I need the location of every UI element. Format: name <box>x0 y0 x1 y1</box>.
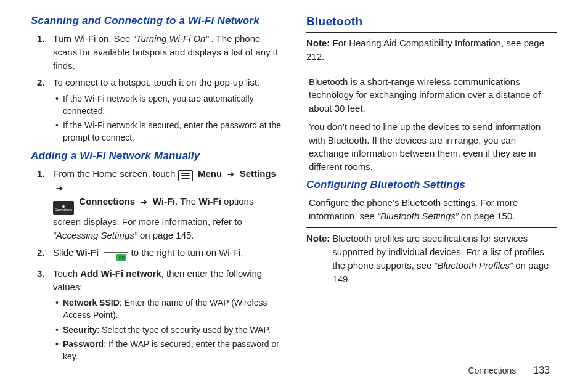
arrow-icon: ➔ <box>137 197 150 206</box>
list-item: Password: If the WAP is secured, enter t… <box>63 338 282 362</box>
step-number: 1. <box>37 167 45 181</box>
connections-icon: Connections <box>53 201 74 215</box>
note-hearing-aid: Note: For Hearing Aid Compatibility Info… <box>306 36 557 63</box>
list-item: Network SSID: Enter the name of the WAP … <box>63 297 282 321</box>
scanning-steps: 1. Turn Wi-Fi on. See “Turning Wi-Fi On”… <box>31 32 282 144</box>
list-item: 2. To connect to a hotspot, touch it on … <box>53 76 282 144</box>
footer-page-number: 133 <box>533 365 550 376</box>
divider <box>306 227 557 228</box>
wifi-label: Wi-Fi <box>76 247 99 258</box>
text: From the Home screen, touch <box>53 168 178 179</box>
sub-bullets: If the Wi-Fi network is open, you are au… <box>53 93 282 144</box>
text: Touch <box>53 268 80 279</box>
field-key: Password <box>63 339 104 349</box>
step-number: 3. <box>37 267 45 280</box>
connections-label: Connections <box>76 196 135 206</box>
list-item: If the Wi-Fi network is secured, enter t… <box>63 120 282 144</box>
note-text: For Hearing Aid Compatibility Informatio… <box>306 38 544 62</box>
step-text: Turn Wi-Fi on. See “Turning Wi-Fi On” . … <box>53 33 277 71</box>
paragraph: Configure the phone’s Bluetooth settings… <box>309 196 557 223</box>
heading-bluetooth: Bluetooth <box>306 15 557 28</box>
divider <box>306 32 557 33</box>
footer-section: Connections <box>468 365 516 375</box>
arrow-icon: ➔ <box>224 169 237 179</box>
heading-adding-manually: Adding a Wi-Fi Network Manually <box>31 150 282 162</box>
note-label: Note: <box>306 232 332 285</box>
ref-accessing-settings: “Accessing Settings” <box>53 230 137 240</box>
note-bluetooth-profiles: Note: Bluetooth profiles are specificati… <box>306 232 557 285</box>
toggle-on-label: ON <box>116 254 126 261</box>
icon-caption: Connections <box>55 208 72 211</box>
page-body: Scanning and Connecting to a Wi-Fi Netwo… <box>0 0 588 370</box>
wifi-label: Wi-Fi <box>153 196 176 206</box>
heading-scanning: Scanning and Connecting to a Wi-Fi Netwo… <box>31 15 282 27</box>
text: on page 150. <box>459 211 515 221</box>
note-label: Note: <box>306 38 330 48</box>
add-wifi-label: Add Wi-Fi network <box>80 268 161 279</box>
step-number: 1. <box>37 32 45 46</box>
arrow-icon: ➔ <box>53 184 63 193</box>
value-bullets: Network SSID: Enter the name of the WAP … <box>53 297 282 362</box>
step-text: From the Home screen, touch Menu ➔ Setti… <box>53 168 276 240</box>
list-item: 2. Slide Wi-Fi ON to the right to turn o… <box>53 246 282 263</box>
wifi-toggle-icon: ON <box>104 252 128 263</box>
divider <box>306 70 557 70</box>
text: on page 145. <box>137 230 194 240</box>
text: Turn Wi-Fi on. See <box>53 33 133 44</box>
list-item: 1. From the Home screen, touch Menu ➔ Se… <box>53 167 282 242</box>
left-column: Scanning and Connecting to a Wi-Fi Netwo… <box>31 12 282 370</box>
step-text: To connect to a hotspot, touch it on the… <box>53 77 259 88</box>
text: . The <box>175 196 198 206</box>
list-item: 1. Turn Wi-Fi on. See “Turning Wi-Fi On”… <box>53 32 282 72</box>
menu-icon <box>178 170 193 181</box>
text: Slide <box>53 247 76 258</box>
field-key: Network SSID <box>63 298 120 308</box>
list-item: 3. Touch Add Wi-Fi network, then enter t… <box>53 267 282 362</box>
heading-configuring-bluetooth: Configuring Bluetooth Settings <box>306 179 557 191</box>
wifi-bold: Wi-Fi <box>198 196 221 206</box>
ref-bluetooth-settings: “Bluetooth Settings” <box>377 211 459 221</box>
list-item: Security: Select the type of security us… <box>63 324 282 337</box>
step-number: 2. <box>37 76 45 89</box>
menu-label: Menu <box>195 168 222 179</box>
divider <box>306 292 557 292</box>
list-item: If the Wi-Fi network is open, you are au… <box>63 93 282 117</box>
ref-turning-wifi-on: “Turning Wi-Fi On” <box>133 33 208 44</box>
ref-bluetooth-profiles: “Bluetooth Profiles” <box>434 260 513 271</box>
field-desc: : Select the type of security used by th… <box>97 325 271 335</box>
field-key: Security <box>63 325 97 335</box>
settings-label: Settings <box>240 168 276 179</box>
step-text: Touch Add Wi-Fi network, then enter the … <box>53 268 262 292</box>
step-number: 2. <box>37 246 45 259</box>
step-text: Slide Wi-Fi ON to the right to turn on W… <box>53 247 243 258</box>
paragraph: Bluetooth is a short-range wireless comm… <box>309 75 557 115</box>
note-text: Bluetooth profiles are specifications fo… <box>332 232 557 285</box>
text: to the right to turn on Wi-Fi. <box>131 247 243 258</box>
page-footer: Connections 133 <box>0 365 588 376</box>
right-column: Bluetooth Note: For Hearing Aid Compatib… <box>306 12 557 370</box>
paragraph: You don’t need to line up the devices to… <box>309 120 557 174</box>
adding-steps: 1. From the Home screen, touch Menu ➔ Se… <box>31 167 282 362</box>
